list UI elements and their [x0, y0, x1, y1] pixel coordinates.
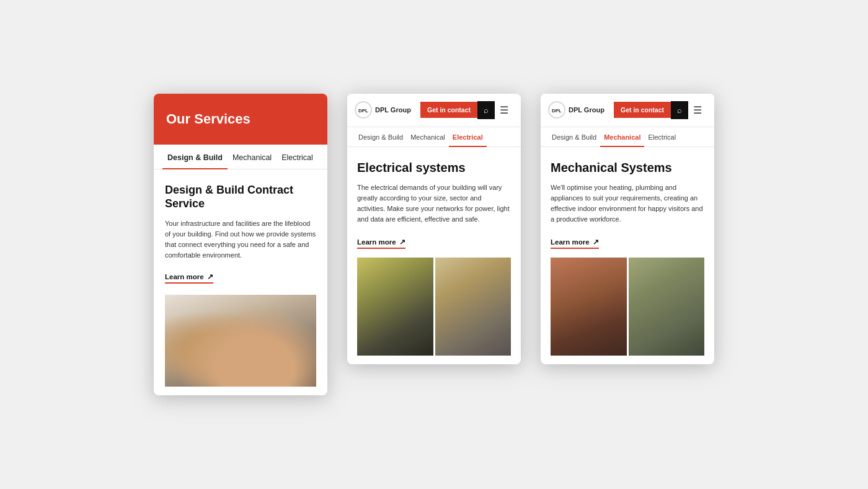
screen3-learn-more[interactable]: Learn more ↗: [551, 238, 599, 249]
screen1-content: Design & Build Contract Service Your inf…: [154, 169, 327, 395]
screen1-phone: Our Services Design & Build Mechanical E…: [154, 94, 327, 395]
screen2-content-title: Electrical systems: [357, 161, 511, 175]
mechanical-image-right: [629, 258, 705, 356]
screen1-header: Our Services: [154, 94, 327, 145]
screen2-contact-button[interactable]: Get in contact: [420, 102, 477, 118]
screen3-hamburger-icon: ☰: [693, 105, 702, 115]
screen2-logo-text: DPL Group: [375, 106, 411, 114]
screen2-content-body: The electrical demands of your building …: [357, 182, 511, 225]
screen2-header: DPL DPL Group Get in contact ⌕ ☰: [347, 94, 521, 127]
screen3-arrow-icon: ↗: [593, 238, 599, 246]
screen3-header-actions: Get in contact ⌕ ☰: [614, 100, 707, 120]
electrical-image-left: [357, 258, 433, 356]
mechanical-image-left: [551, 258, 627, 356]
screen2-arrow-icon: ↗: [399, 238, 405, 246]
screen3-tab-electrical[interactable]: Electrical: [644, 133, 680, 147]
screen1-content-title: Design & Build Contract Service: [165, 183, 316, 211]
screen3-contact-button[interactable]: Get in contact: [614, 102, 671, 118]
screen3-tab-design-build[interactable]: Design & Build: [548, 133, 600, 147]
screen2-header-actions: Get in contact ⌕ ☰: [420, 100, 513, 120]
mechanical-img1-detail: [551, 258, 627, 356]
screen1-content-body: Your infrastructure and facilities are t…: [165, 218, 316, 261]
screen1-tab-electrical[interactable]: Electrical: [277, 153, 318, 169]
svg-text:DPL: DPL: [358, 108, 368, 114]
electrical-img-detail: [357, 258, 433, 356]
dpl-logo-svg: DPL: [355, 101, 372, 119]
screen1-learn-more[interactable]: Learn more ↗: [165, 272, 213, 284]
screen2-search-icon: ⌕: [484, 105, 489, 115]
screen1-tab-mechanical[interactable]: Mechanical: [228, 153, 277, 169]
screen3-header: DPL DPL Group Get in contact ⌕ ☰: [541, 94, 714, 127]
design-build-image: [165, 295, 316, 387]
screen1-header-title: Our Services: [166, 111, 315, 127]
screen2-phone: DPL DPL Group Get in contact ⌕ ☰ Design …: [347, 94, 521, 364]
screen3-tab-mechanical[interactable]: Mechanical: [600, 133, 644, 147]
screen2-tab-electrical[interactable]: Electrical: [449, 133, 487, 147]
screen3-content-title: Mechanical Systems: [551, 161, 704, 175]
screen3-learn-more-label: Learn more: [551, 238, 590, 246]
screen3-nav: Design & Build Mechanical Electrical: [541, 127, 714, 147]
screen3-menu-button[interactable]: ☰: [688, 100, 707, 120]
screen2-learn-more[interactable]: Learn more ↗: [357, 238, 405, 249]
screen3-search-icon: ⌕: [677, 105, 682, 115]
electrical-img2-detail: [435, 258, 512, 356]
screen2-nav: Design & Build Mechanical Electrical: [347, 127, 521, 147]
screen3-logo: DPL DPL Group: [548, 101, 604, 119]
mechanical-img2-detail: [629, 258, 705, 356]
screen2-content: Electrical systems The electrical demand…: [347, 147, 521, 364]
screen1-learn-more-label: Learn more: [165, 273, 204, 280]
screen3-logo-text: DPL Group: [569, 106, 604, 114]
screen2-image: [357, 258, 511, 356]
screen3-search-button[interactable]: ⌕: [671, 101, 688, 119]
screen3-dpl-logo-svg: DPL: [548, 101, 565, 119]
screen2-menu-button[interactable]: ☰: [495, 100, 513, 120]
electrical-image-right: [435, 258, 512, 356]
screen2-learn-more-label: Learn more: [357, 238, 396, 246]
svg-text:DPL: DPL: [552, 108, 562, 114]
screen2-logo: DPL DPL Group: [355, 101, 411, 119]
screen2-tab-design-build[interactable]: Design & Build: [355, 133, 407, 147]
screen1-arrow-icon: ↗: [207, 272, 213, 281]
screen3-image: [551, 258, 704, 356]
screen2-tab-mechanical[interactable]: Mechanical: [407, 133, 449, 147]
screen1-image: [165, 295, 316, 387]
screen3-content-body: We'll optimise your heating, plumbing an…: [551, 182, 704, 225]
screens-container: Our Services Design & Build Mechanical E…: [129, 56, 739, 433]
screen1-nav: Design & Build Mechanical Electrical: [154, 145, 327, 169]
screen3-phone: DPL DPL Group Get in contact ⌕ ☰ Design …: [541, 94, 714, 364]
screen3-content: Mechanical Systems We'll optimise your h…: [541, 147, 714, 364]
screen2-search-button[interactable]: ⌕: [477, 101, 495, 119]
screen2-hamburger-icon: ☰: [500, 105, 508, 115]
screen1-tab-design-build[interactable]: Design & Build: [162, 153, 228, 169]
